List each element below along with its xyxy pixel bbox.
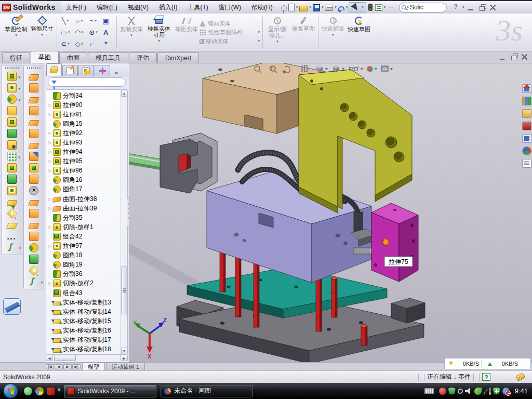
- doc-close-button[interactable]: [522, 54, 527, 60]
- tree-item[interactable]: ▷ 分割34: [46, 91, 121, 100]
- commandmanager-tab[interactable]: 草图: [31, 51, 59, 63]
- mirror-entities-button[interactable]: 镜向实体: [200, 20, 261, 28]
- browser-360[interactable]: [35, 387, 44, 395]
- toolbar-button[interactable]: ▾: [7, 139, 17, 151]
- menu-item[interactable]: 工具(T): [182, 2, 213, 14]
- toolbar-button[interactable]: ▾: [29, 219, 38, 231]
- help-caret[interactable]: ▾: [462, 5, 464, 9]
- toolbar-button-caret[interactable]: ▾: [41, 281, 43, 285]
- scroll-up-button[interactable]: ▲: [121, 90, 127, 97]
- select-caret[interactable]: ▾: [362, 5, 364, 9]
- expand-arrow-icon[interactable]: ▷: [47, 244, 53, 248]
- sketch-entity-caret[interactable]: ▾: [82, 42, 84, 46]
- tree-item[interactable]: ▷ 实体-移动/复制17: [46, 335, 121, 344]
- commandmanager-tab[interactable]: 曲面: [59, 52, 87, 63]
- start-button[interactable]: [3, 383, 18, 398]
- doc-restore-button[interactable]: [510, 54, 518, 60]
- status-tag-icon[interactable]: [515, 373, 525, 381]
- menu-item[interactable]: 编辑(E): [91, 2, 123, 14]
- panel-expand-chevron[interactable]: »: [115, 70, 118, 76]
- sketch-entity-button[interactable]: A ▾: [101, 26, 115, 38]
- sketch-entity-caret[interactable]: ▾: [81, 19, 83, 23]
- doc-tab-nav-button[interactable]: ◀: [55, 364, 63, 369]
- toolbar-button-caret[interactable]: ▾: [19, 246, 21, 250]
- graphics-viewport[interactable]: Y Z X 拉伸75: [129, 63, 532, 362]
- toolbar-button[interactable]: ▾: [29, 276, 38, 288]
- expand-arrow-icon[interactable]: ▷: [47, 281, 53, 286]
- open-caret[interactable]: ▾: [309, 5, 311, 9]
- print-button[interactable]: [325, 6, 333, 11]
- toolbar-button[interactable]: ▾: [29, 105, 38, 116]
- featuremanager-tab[interactable]: [46, 63, 62, 76]
- toolbar-button[interactable]: ▾: [7, 128, 17, 139]
- scroll-thumb[interactable]: [121, 267, 127, 314]
- toolbar-button[interactable]: ▾: [29, 71, 38, 82]
- doc-tab-nav-button[interactable]: ▶: [63, 364, 72, 369]
- sketch-entity-button[interactable]: ○ ▾: [73, 15, 87, 26]
- search[interactable]: [522, 122, 531, 130]
- expand-arrow-icon[interactable]: ▷: [47, 112, 53, 117]
- convert-entities-button[interactable]: 转换实体引用 ▾: [144, 15, 174, 50]
- tree-item[interactable]: ▷ 拉伸92: [46, 128, 121, 138]
- options-caret[interactable]: ▾: [384, 5, 386, 9]
- network-speed-widget[interactable]: 0KB/S 0KB/S: [444, 358, 531, 369]
- input-method[interactable]: [474, 388, 482, 395]
- new-caret[interactable]: ▾: [296, 5, 298, 9]
- design-library[interactable]: [522, 97, 531, 105]
- tree-item[interactable]: ▷ 组合42: [46, 232, 121, 241]
- display-delete-relations-button[interactable]: 显示/删除几... ▾: [264, 15, 290, 50]
- tree-horizontal-scrollbar[interactable]: ◀ ▶: [46, 355, 128, 362]
- toolbar-button[interactable]: ▾: [7, 185, 17, 196]
- volume[interactable]: [465, 388, 472, 395]
- commandmanager-tab[interactable]: 评估: [129, 52, 157, 63]
- toolbar-button[interactable]: ▾: [7, 71, 17, 82]
- close-button[interactable]: [490, 5, 496, 10]
- toolbar-button-caret[interactable]: ▾: [18, 155, 20, 159]
- sketch-entity-button[interactable]: ⊂ ▾: [59, 38, 73, 49]
- linear-pattern-caret[interactable]: ▾: [258, 30, 260, 34]
- model-canvas[interactable]: Y Z X 拉伸75: [129, 63, 532, 362]
- commandmanager-tab[interactable]: 模具工具: [88, 52, 128, 63]
- tree-item[interactable]: ▷ 曲面-拉伸39: [46, 204, 121, 213]
- tree-item[interactable]: ▷ 拉伸90: [46, 100, 121, 110]
- doc-minimize-button[interactable]: [499, 54, 507, 60]
- 360-search[interactable]: [458, 389, 463, 394]
- hscroll-thumb[interactable]: [54, 355, 76, 361]
- toolbar-button[interactable]: ▾: [7, 196, 17, 208]
- toolbar-button[interactable]: ▾: [7, 151, 17, 162]
- toolbar-button[interactable]: ▾: [29, 162, 38, 174]
- sketch-entity-caret[interactable]: ▾: [67, 19, 69, 23]
- scroll-right-button[interactable]: ▶: [121, 355, 128, 361]
- tree-item[interactable]: ▷ 圆角15: [46, 119, 121, 128]
- undo-caret[interactable]: ▾: [346, 5, 348, 9]
- task-button[interactable]: SolidWorks 2009 - ...: [64, 385, 156, 397]
- view-palette[interactable]: [522, 134, 531, 143]
- restore-button[interactable]: [478, 4, 487, 11]
- tree-item[interactable]: ▷ 实体-移动/复制14: [46, 307, 121, 316]
- 360-shield[interactable]: [448, 388, 456, 395]
- sketch-entity-caret[interactable]: ▾: [68, 30, 70, 34]
- rapid-sketch-button[interactable]: 快速草图: [346, 15, 372, 50]
- convert-caret[interactable]: ▾: [158, 38, 160, 44]
- tree-item[interactable]: ▷ 圆角16: [46, 176, 121, 185]
- tree-item[interactable]: ▷ 拉伸95: [46, 157, 121, 166]
- sketch-entity-caret[interactable]: ▾: [68, 42, 70, 46]
- tree-item[interactable]: ▷ 分割36: [46, 270, 121, 279]
- trim-caret[interactable]: ▾: [130, 32, 132, 38]
- messenger[interactable]: [24, 387, 32, 395]
- keyboard-layout-icon[interactable]: [424, 388, 434, 394]
- edit-appearance-icon[interactable]: [367, 66, 377, 72]
- options-list-icon[interactable]: [375, 4, 382, 11]
- sketch-entity-button[interactable]: ╲ ▾: [59, 15, 73, 26]
- sketch-entity-button[interactable]: ⊙ ▾: [87, 26, 101, 38]
- expand-arrow-icon[interactable]: ▷: [47, 140, 53, 145]
- part-clamp-bracket-olive[interactable]: [299, 70, 412, 213]
- network-warning[interactable]: [484, 388, 491, 395]
- toolbar-button[interactable]: ▾: [29, 196, 38, 208]
- commandmanager-tab[interactable]: DimXpert: [157, 52, 199, 63]
- custom-properties[interactable]: [522, 159, 531, 168]
- search-box[interactable]: ▾ Solic: [399, 3, 447, 12]
- tree-item[interactable]: ▷ 分割35: [46, 213, 121, 222]
- toolbar-button[interactable]: ▾: [7, 242, 17, 254]
- toolbar-button[interactable]: ▾: [29, 208, 38, 219]
